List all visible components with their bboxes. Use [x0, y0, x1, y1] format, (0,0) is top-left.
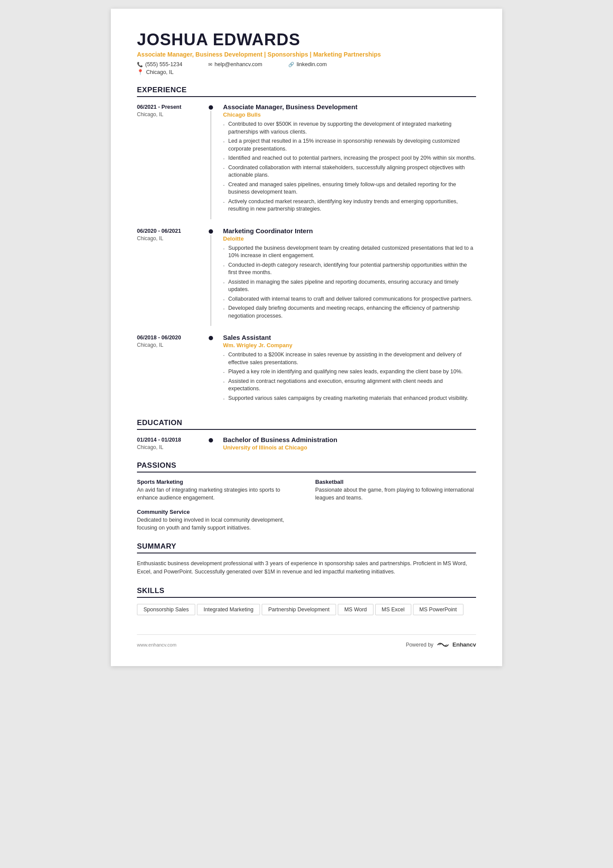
- location-row: 📍 Chicago, IL: [137, 69, 476, 75]
- linkedin-text: linkedin.com: [297, 61, 326, 67]
- exp-bullets-list: Contributed to a $200K increase in sales…: [223, 351, 476, 402]
- exp-bullet: Supported various sales campaigns by cre…: [223, 395, 476, 402]
- phone-item: 📞 (555) 555-1234: [137, 61, 182, 67]
- skills-container: Sponsorship SalesIntegrated MarketingPar…: [137, 604, 476, 617]
- exp-timeline: [207, 227, 215, 326]
- edu-date-location: 01/2014 - 01/2018 Chicago, IL: [137, 436, 207, 451]
- exp-bullet: Identified and reached out to potential …: [223, 154, 476, 162]
- exp-timeline: [207, 103, 215, 219]
- experience-entry: 06/2018 - 06/2020 Chicago, IL Sales Assi…: [137, 334, 476, 408]
- exp-bullet: Played a key role in identifying and qua…: [223, 368, 476, 376]
- exp-date-location: 06/2020 - 06/2021 Chicago, IL: [137, 227, 207, 326]
- linkedin-item: 🔗 linkedin.com: [288, 61, 326, 67]
- exp-bullets-list: Contributed to over $500K in revenue by …: [223, 121, 476, 213]
- exp-timeline: [207, 334, 215, 408]
- passion-desc: An avid fan of integrating marketing str…: [137, 486, 298, 502]
- exp-line: [210, 111, 211, 219]
- edu-details: Bachelor of Business Administration Univ…: [215, 436, 476, 451]
- exp-bullets-list: Supported the business development team …: [223, 245, 476, 320]
- exp-bullet: Actively conducted market research, iden…: [223, 198, 476, 213]
- skill-tag: MS Word: [338, 604, 373, 615]
- passion-item: Sports Marketing An avid fan of integrat…: [137, 479, 298, 502]
- edu-school: University of Illinois at Chicago: [223, 444, 476, 451]
- exp-dot: [209, 105, 213, 110]
- footer-brand-name: Enhancv: [453, 641, 476, 648]
- exp-location: Chicago, IL: [137, 111, 207, 117]
- candidate-title: Associate Manager, Business Development …: [137, 51, 476, 58]
- enhancv-logo-icon: [437, 641, 449, 649]
- exp-bullet: Contributed to a $200K increase in sales…: [223, 351, 476, 366]
- linkedin-icon: 🔗: [288, 62, 294, 67]
- exp-bullet: Collaborated with internal teams to craf…: [223, 295, 476, 303]
- exp-job-title: Associate Manager, Business Development: [223, 103, 476, 111]
- edu-date: 01/2014 - 01/2018: [137, 436, 207, 443]
- powered-by-label: Powered by: [406, 642, 433, 648]
- exp-bullet: Coordinated collaboration with internal …: [223, 164, 476, 179]
- experience-entry: 06/2020 - 06/2021 Chicago, IL Marketing …: [137, 227, 476, 326]
- exp-date-location: 06/2021 - Present Chicago, IL: [137, 103, 207, 219]
- exp-bullet: Assisted in managing the sales pipeline …: [223, 278, 476, 294]
- exp-job-title: Marketing Coordinator Intern: [223, 227, 476, 235]
- exp-dot: [209, 336, 213, 340]
- passion-item: Community Service Dedicated to being inv…: [137, 509, 298, 532]
- email-icon: ✉: [208, 62, 212, 67]
- email-text: help@enhancv.com: [214, 61, 262, 67]
- email-item: ✉ help@enhancv.com: [208, 61, 262, 67]
- location-text: Chicago, IL: [146, 69, 173, 75]
- exp-bullet: Created and managed sales pipelines, ens…: [223, 181, 476, 196]
- exp-bullet: Assisted in contract negotiations and ex…: [223, 378, 476, 393]
- exp-details: Sales Assistant Wm. Wrigley Jr. Company …: [215, 334, 476, 408]
- education-section-title: EDUCATION: [137, 419, 476, 430]
- exp-company: Wm. Wrigley Jr. Company: [223, 342, 476, 349]
- exp-date-location: 06/2018 - 06/2020 Chicago, IL: [137, 334, 207, 408]
- phone-text: (555) 555-1234: [145, 61, 182, 67]
- passions-section-title: PASSIONS: [137, 461, 476, 473]
- exp-bullet: Supported the business development team …: [223, 245, 476, 260]
- footer-website: www.enhancv.com: [137, 642, 177, 647]
- exp-location: Chicago, IL: [137, 342, 207, 348]
- exp-bullet: Developed daily briefing documents and m…: [223, 305, 476, 320]
- exp-company: Chicago Bulls: [223, 111, 476, 118]
- education-entry: 01/2014 - 01/2018 Chicago, IL Bachelor o…: [137, 436, 476, 451]
- location-icon: 📍: [137, 69, 144, 75]
- phone-icon: 📞: [137, 62, 143, 67]
- skill-tag: Sponsorship Sales: [137, 604, 195, 615]
- exp-date: 06/2020 - 06/2021: [137, 227, 207, 234]
- exp-bullet: Conducted in-depth category research, id…: [223, 261, 476, 277]
- exp-bullet: Led a project that resulted in a 15% inc…: [223, 137, 476, 153]
- exp-dot: [209, 229, 213, 234]
- skill-tag: Integrated Marketing: [197, 604, 260, 615]
- resume-page: JOSHUA EDWARDS Associate Manager, Busine…: [111, 9, 502, 666]
- footer-brand: Powered by Enhancv: [406, 641, 476, 649]
- passion-title: Basketball: [315, 479, 476, 485]
- education-container: 01/2014 - 01/2018 Chicago, IL Bachelor o…: [137, 436, 476, 451]
- exp-location: Chicago, IL: [137, 235, 207, 241]
- exp-bullet: Contributed to over $500K in revenue by …: [223, 121, 476, 136]
- skill-tag: MS Excel: [375, 604, 411, 615]
- summary-text: Enthusiastic business development profes…: [137, 560, 476, 576]
- skill-tag: Partnership Development: [262, 604, 336, 615]
- exp-line: [210, 235, 211, 326]
- exp-date: 06/2018 - 06/2020: [137, 334, 207, 341]
- passion-item: Basketball Passionate about the game, fr…: [315, 479, 476, 502]
- exp-job-title: Sales Assistant: [223, 334, 476, 341]
- passion-desc: Passionate about the game, from playing …: [315, 486, 476, 502]
- candidate-name: JOSHUA EDWARDS: [137, 30, 476, 49]
- skill-tag: MS PowerPoint: [413, 604, 463, 615]
- edu-degree: Bachelor of Business Administration: [223, 436, 476, 443]
- summary-section-title: SUMMARY: [137, 542, 476, 553]
- exp-details: Marketing Coordinator Intern Deloitte Su…: [215, 227, 476, 326]
- experience-section-title: EXPERIENCE: [137, 86, 476, 97]
- experience-entry: 06/2021 - Present Chicago, IL Associate …: [137, 103, 476, 219]
- edu-dot: [209, 438, 213, 442]
- skills-section-title: SKILLS: [137, 586, 476, 598]
- experience-container: 06/2021 - Present Chicago, IL Associate …: [137, 103, 476, 408]
- contact-row: 📞 (555) 555-1234 ✉ help@enhancv.com 🔗 li…: [137, 61, 476, 67]
- exp-company: Deloitte: [223, 235, 476, 242]
- passion-title: Community Service: [137, 509, 298, 515]
- exp-date: 06/2021 - Present: [137, 103, 207, 110]
- footer: www.enhancv.com Powered by Enhancv: [137, 634, 476, 649]
- edu-location: Chicago, IL: [137, 444, 207, 450]
- edu-timeline: [207, 436, 215, 451]
- passion-desc: Dedicated to being involved in local com…: [137, 516, 298, 532]
